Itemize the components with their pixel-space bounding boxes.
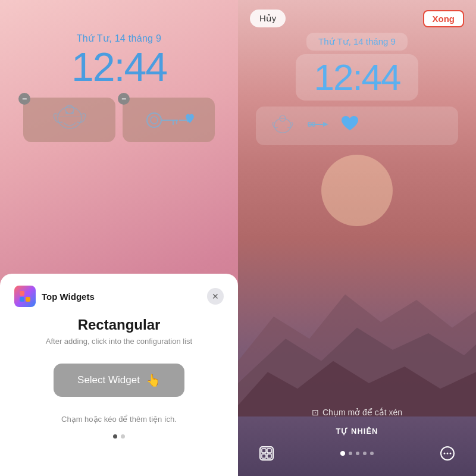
svg-rect-13 [26, 291, 30, 296]
hand-icon: 👆 [146, 373, 161, 387]
mountain-svg [238, 250, 476, 416]
dot-1 [113, 434, 117, 439]
right-heart-icon [340, 115, 359, 137]
svg-point-30 [450, 453, 452, 455]
sun-glow [321, 155, 393, 226]
svg-rect-12 [20, 291, 24, 296]
crop-icon: ⊡ [312, 408, 319, 417]
sheet-header: Top Widgets ✕ [14, 286, 224, 307]
sheet-dots [14, 434, 224, 439]
widget-minus-2[interactable]: − [118, 93, 130, 105]
svg-rect-25 [262, 454, 266, 458]
page-dot-4 [363, 452, 367, 455]
page-indicator [340, 451, 374, 456]
svg-point-28 [444, 453, 446, 455]
select-widget-button[interactable]: Select Widget 👆 [54, 364, 184, 397]
svg-rect-14 [20, 297, 24, 302]
right-time: 12:44 [296, 54, 418, 101]
page-dot-2 [349, 452, 352, 455]
right-top-bar: Hủy Xong [238, 0, 476, 37]
page-dot-3 [356, 452, 359, 455]
svg-point-4 [71, 112, 74, 114]
bottom-sheet: Top Widgets ✕ Rectangular After adding, … [0, 274, 238, 476]
left-panel: Thứ Tư, 14 tháng 9 12:44 − − [0, 0, 238, 476]
widget-minus-1[interactable]: − [18, 93, 30, 105]
widget-heart[interactable]: − [123, 98, 215, 142]
crop-hint: ⊡ Chụm mở để cắt xén [312, 408, 402, 417]
more-button[interactable] [437, 443, 458, 464]
widget-type-label: Rectangular [14, 317, 224, 333]
right-angel-icon [268, 112, 298, 139]
angel-icon [46, 101, 93, 139]
widgets-row: − − [11, 98, 227, 142]
svg-rect-24 [267, 449, 271, 453]
svg-point-29 [447, 453, 449, 455]
right-panel: Hủy Xong Thứ Tư, 14 tháng 9 12:44 [238, 0, 476, 476]
sheet-close-button[interactable]: ✕ [207, 288, 224, 305]
sheet-hint: Chạm hoặc kéo để thêm tiện ích. [14, 415, 224, 424]
cancel-button[interactable]: Hủy [250, 10, 286, 27]
right-widget-row [256, 107, 458, 145]
svg-rect-26 [267, 454, 271, 458]
sheet-subtitle: After adding, click into the configurati… [14, 337, 224, 346]
crop-hint-text: Chụm mở để cắt xén [322, 408, 402, 417]
right-arrow-icon [307, 118, 331, 133]
widget-angel[interactable]: − [23, 98, 115, 142]
done-button[interactable]: Xong [423, 10, 465, 27]
bottom-toolbar [238, 443, 476, 464]
app-info: Top Widgets [14, 286, 95, 307]
svg-point-3 [65, 112, 68, 114]
app-name-label: Top Widgets [42, 292, 95, 302]
heart-key-icon [136, 104, 202, 136]
svg-rect-23 [262, 449, 266, 453]
page-dot-5 [370, 452, 374, 455]
gallery-button[interactable] [256, 443, 277, 464]
left-date: Thứ Tư, 14 tháng 9 [77, 33, 162, 44]
left-time: 12:44 [71, 46, 167, 87]
svg-marker-19 [323, 122, 328, 127]
svg-rect-15 [26, 297, 30, 302]
svg-point-16 [274, 118, 291, 133]
page-dot-1 [340, 451, 345, 456]
dot-2 [121, 434, 125, 439]
right-bottom-bar: ⊡ Chụm mở để cắt xén TỰ NHIÊN [238, 408, 476, 476]
select-widget-label: Select Widget [77, 374, 140, 386]
svg-point-5 [147, 113, 161, 127]
app-icon [14, 286, 36, 307]
natural-label: TỰ NHIÊN [336, 427, 378, 436]
svg-point-6 [151, 117, 158, 124]
right-content: Thứ Tư, 14 tháng 9 12:44 [238, 33, 476, 145]
